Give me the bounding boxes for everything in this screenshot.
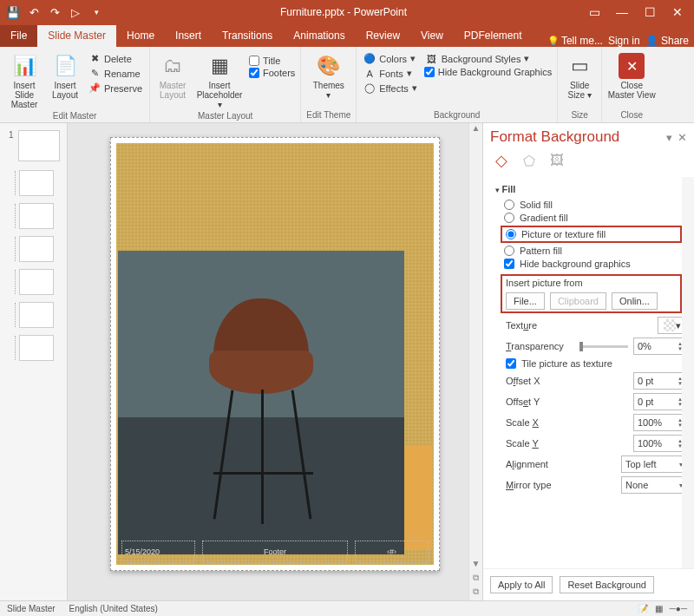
slide-canvas[interactable]: 5/15/2020 Footer ‹#› ▲ ▼ ⧉ ⧉ [68,123,482,600]
themes-icon: 🎨 [315,52,343,80]
slide-number-placeholder[interactable]: ‹#› [355,541,429,563]
texture-label: Texture [506,320,652,331]
master-layout-icon: 🗂 [159,52,187,80]
tab-transitions[interactable]: Transitions [212,25,283,47]
colors-icon: 🔵 [363,53,376,64]
colors-button[interactable]: 🔵Colors ▾ [362,52,418,65]
layout-thumbnail[interactable] [19,269,54,295]
minimize-icon[interactable]: — [609,5,635,19]
footer-placeholder[interactable]: Footer [202,541,348,563]
fill-section-header[interactable]: Fill [495,184,687,194]
sign-in-link[interactable]: Sign in [608,35,640,47]
start-from-beginning-icon[interactable]: ▷ [66,3,85,22]
group-label-master-layout: Master Layout [198,109,252,123]
layout-thumbnail[interactable] [19,203,54,229]
thumbnail-panel[interactable]: 1 [0,123,68,600]
slide-number: 1 [9,130,16,140]
status-bar: Slide Master English (United States) 📝 ▦… [0,600,694,616]
window-title: Furniture.pptx - PowerPoint [106,6,581,18]
reset-background-button[interactable]: Reset Background [560,576,654,593]
chair-photo [118,251,404,554]
scale-y-spinner[interactable]: 100%▲▼ [633,435,687,452]
notes-button[interactable]: 📝 [638,604,648,613]
slide[interactable]: 5/15/2020 Footer ‹#› [110,137,440,571]
picture-texture-fill-radio[interactable]: Picture or texture fill [506,229,677,239]
alignment-label: Alignment [506,459,616,469]
share-button[interactable]: 👤 Share [645,35,689,47]
layout-thumbnail[interactable] [19,236,54,262]
offset-x-spinner[interactable]: 0 pt▲▼ [633,372,687,390]
hide-bg-graphics-check[interactable]: Hide background graphics [504,259,687,269]
qat-dropdown-icon[interactable]: ▾ [87,3,106,22]
scale-x-spinner[interactable]: 100%▲▼ [633,414,687,431]
effects-icon: ◯ [363,82,376,94]
tab-review[interactable]: Review [356,25,410,47]
canvas-scrollbar[interactable]: ▲ ▼ ⧉ ⧉ [468,123,482,600]
pane-scrollbar[interactable] [682,177,694,568]
group-label-edit-theme: Edit Theme [306,108,350,122]
pane-dropdown-icon[interactable]: ▾ [666,131,672,144]
ribbon-tabs: File Slide Master Home Insert Transition… [0,24,694,47]
tab-insert[interactable]: Insert [165,25,212,47]
scale-x-label: Scale X [506,417,628,428]
save-icon[interactable]: 💾 [3,3,23,22]
layout-thumbnail-selected[interactable] [19,170,54,196]
file-button[interactable]: File... [506,292,545,310]
offset-y-spinner[interactable]: 0 pt▲▼ [633,393,687,410]
date-placeholder[interactable]: 5/15/2020 [121,541,195,563]
tab-home[interactable]: Home [116,25,165,47]
zoom-slider[interactable]: ─●─ [670,604,687,613]
close-master-view-button[interactable]: ✕ Close Master View [607,49,656,100]
insert-slide-master-button[interactable]: 📊 Insert Slide Master [5,49,43,109]
close-window-icon[interactable]: ✕ [665,5,691,19]
rename-button[interactable]: ✎Rename [87,67,144,80]
layout-thumbnail[interactable] [19,302,54,328]
slide-size-button[interactable]: ▭ Slide Size ▾ [563,49,596,100]
apply-to-all-button[interactable]: Apply to All [490,576,553,593]
group-label-size: Size [571,108,587,122]
pattern-fill-radio[interactable]: Pattern fill [504,246,687,256]
layout-thumbnail[interactable] [19,335,54,361]
undo-icon[interactable]: ↶ [24,3,43,22]
insert-placeholder-button[interactable]: ▦ Insert Placeholder ▾ [195,49,244,109]
effects-tab-icon[interactable]: ⬠ [520,151,539,170]
title-checkbox[interactable]: Title [249,56,295,66]
tell-me-search[interactable]: Tell me... [547,35,603,47]
tab-file[interactable]: File [0,25,37,47]
footers-checkbox[interactable]: Footers [249,68,295,78]
insert-layout-button[interactable]: 📄 Insert Layout [49,49,82,100]
effects-button[interactable]: ◯Effects ▾ [362,82,418,95]
hide-bg-graphics-checkbox[interactable]: Hide Background Graphics [424,67,552,77]
preserve-button[interactable]: 📌Preserve [87,82,144,95]
ribbon-options-icon[interactable]: ▭ [581,5,607,19]
normal-view-icon[interactable]: ▦ [655,604,663,613]
gradient-fill-radio[interactable]: Gradient fill [504,213,687,223]
tile-checkbox[interactable]: Tile picture as texture [506,358,687,369]
tab-pdfelement[interactable]: PDFelement [454,25,533,47]
master-thumbnail[interactable] [18,130,60,161]
status-language[interactable]: English (United States) [69,604,158,613]
insert-placeholder-icon: ▦ [206,52,233,80]
master-layout-button: 🗂 Master Layout [155,49,190,100]
tab-animations[interactable]: Animations [283,25,355,47]
redo-icon[interactable]: ↷ [45,3,64,22]
transparency-slider[interactable] [579,345,628,348]
alignment-combo[interactable]: Top left [621,455,687,473]
themes-button[interactable]: 🎨 Themes▾ [309,49,349,100]
tab-slide-master[interactable]: Slide Master [37,25,116,47]
bg-styles-icon: 🖼 [426,54,438,64]
pane-close-icon[interactable]: ✕ [678,131,687,144]
online-button[interactable]: Onlin... [612,292,658,310]
format-background-pane: Format Background ▾ ✕ ◇ ⬠ 🖼 Fill Solid f… [482,123,694,600]
background-styles-button[interactable]: 🖼Background Styles ▾ [424,52,552,65]
mirror-combo[interactable]: None [621,476,687,494]
solid-fill-radio[interactable]: Solid fill [504,200,687,210]
maximize-icon[interactable]: ☐ [637,5,663,19]
delete-button[interactable]: ✖Delete [87,52,144,65]
transparency-spinner[interactable]: 0%▲▼ [633,337,687,355]
fill-tab-icon[interactable]: ◇ [492,151,511,170]
picture-tab-icon[interactable]: 🖼 [547,151,566,170]
slide-size-icon: ▭ [566,52,593,80]
tab-view[interactable]: View [410,25,454,47]
fonts-button[interactable]: AFonts ▾ [362,67,418,80]
